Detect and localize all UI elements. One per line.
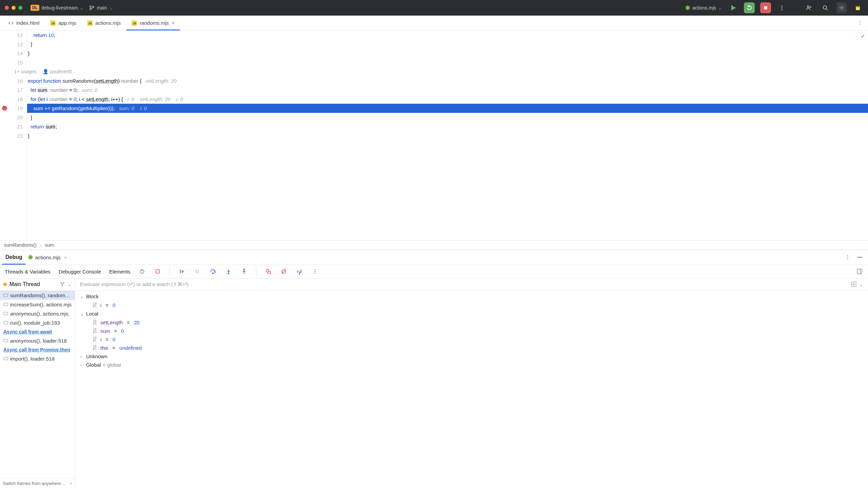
variables-panel: Evaluate expression (⏎) or add a watch (…	[75, 279, 868, 488]
minimize-window-icon[interactable]	[12, 6, 16, 10]
view-tab-elements[interactable]: Elements	[109, 269, 131, 274]
scope-unknown[interactable]: ›Unknown	[75, 352, 868, 361]
minimize-panel-button[interactable]	[856, 253, 864, 261]
evaluate-input[interactable]: Evaluate expression (⏎) or add a watch (…	[75, 279, 868, 291]
editor-tab-index-html[interactable]: index.html	[3, 16, 45, 30]
close-hint-icon[interactable]: ×	[70, 481, 72, 486]
run-button[interactable]	[728, 2, 738, 13]
svg-text:JS: JS	[88, 22, 92, 25]
resume-button[interactable]	[178, 268, 185, 275]
js-file-icon: JS	[87, 20, 93, 26]
svg-point-20	[847, 257, 848, 258]
ide-logo[interactable]	[852, 2, 863, 13]
stack-frame[interactable]: anonymous(), actions.mjs:	[0, 309, 75, 318]
scopes-tree[interactable]: ⌄Block 1001i=0 ⌄Local 1001setLength=20 1…	[75, 291, 868, 488]
svg-point-8	[823, 6, 827, 9]
variable-row[interactable]: 1001i=0	[75, 301, 868, 309]
stack-frame[interactable]: run(), module_job:193	[0, 318, 75, 327]
scope-global[interactable]: ›Global = global	[75, 361, 868, 369]
frames-hint[interactable]: Switch frames from anywhere… ×	[0, 479, 75, 488]
close-icon[interactable]: ×	[64, 255, 67, 260]
svg-point-16	[860, 21, 861, 22]
frame-icon	[3, 302, 8, 307]
line-number: 13	[0, 40, 23, 49]
scope-block[interactable]: ⌄Block	[75, 292, 868, 301]
svg-rect-41	[4, 339, 8, 342]
settings-button[interactable]	[836, 2, 847, 13]
more-actions-button[interactable]	[776, 2, 787, 13]
chevron-down-icon[interactable]	[859, 282, 863, 287]
scope-local[interactable]: ⌄Local	[75, 309, 868, 318]
svg-point-5	[781, 7, 782, 8]
tab-overflow-button[interactable]	[857, 20, 865, 26]
thread-selector[interactable]: Main Thread	[0, 279, 75, 291]
line-number: 16	[0, 76, 23, 85]
step-into-button[interactable]	[225, 268, 232, 275]
nodejs-icon	[685, 5, 690, 11]
webstorm-icon	[855, 5, 861, 11]
close-window-icon[interactable]	[5, 6, 9, 10]
variable-row[interactable]: 1001sum=0	[75, 327, 868, 335]
mute-breakpoints-button[interactable]	[280, 268, 288, 275]
evaluate-button[interactable]: I	[296, 268, 303, 275]
code-editor[interactable]: 12 13 14 15 1+ usages 👤 pauleveritt 16 1…	[0, 30, 868, 240]
svg-rect-37	[4, 294, 8, 297]
breadcrumb[interactable]: sumRandoms() › sum	[0, 240, 868, 250]
variable-row[interactable]: 1001this=undefined	[75, 344, 868, 352]
editor-gutter[interactable]: 12 13 14 15 1+ usages 👤 pauleveritt 16 1…	[0, 30, 27, 240]
rerun-debug-button[interactable]	[744, 2, 755, 13]
stack-frame[interactable]: anonymous(), loader:518	[0, 336, 75, 345]
breakpoint-icon[interactable]	[2, 106, 7, 111]
code-with-me-button[interactable]	[804, 2, 814, 13]
view-breakpoints-button[interactable]	[264, 268, 272, 275]
debug-session-tab[interactable]: actions.mjs ×	[28, 255, 67, 260]
stop-button[interactable]	[760, 2, 771, 13]
code-lens-row[interactable]: 1+ usages 👤 pauleveritt	[0, 67, 23, 76]
rerun-button[interactable]	[138, 268, 146, 275]
editor-tab-actions-mjs[interactable]: JS actions.mjs	[82, 16, 126, 30]
debug-window-header: Debug actions.mjs ×	[0, 250, 868, 265]
line-number: 15	[0, 58, 23, 67]
vcs-branch-selector[interactable]: main	[89, 5, 113, 11]
var-type-icon: 1001	[93, 328, 98, 333]
run-config-selector[interactable]: actions.mjs	[685, 5, 722, 11]
editor-tab-app-mjs[interactable]: JS app.mjs	[45, 16, 82, 30]
stop-button[interactable]	[154, 268, 161, 275]
filter-icon[interactable]	[60, 282, 65, 287]
breadcrumb-item[interactable]: sum	[45, 242, 54, 248]
more-debug-actions-button[interactable]	[311, 268, 319, 275]
project-name-label: debug-livestream	[41, 5, 78, 11]
variable-row[interactable]: 1001i=0	[75, 335, 868, 344]
line-number[interactable]: 19	[0, 104, 23, 113]
close-tab-icon[interactable]: ×	[172, 20, 175, 26]
frame-icon	[3, 320, 8, 325]
variable-row[interactable]: 1001setLength=20	[75, 318, 868, 327]
play-icon	[730, 5, 736, 11]
step-out-button[interactable]	[240, 268, 248, 275]
frames-list[interactable]: sumRandoms(), randoms.m increaseSum(), a…	[0, 291, 75, 479]
step-over-button[interactable]	[209, 268, 217, 275]
search-everywhere-button[interactable]	[820, 2, 831, 13]
debug-toolbar: Threads & Variables Debugger Console Ele…	[0, 265, 868, 278]
inspection-ok-icon[interactable]: ✓	[861, 33, 865, 39]
layout-button[interactable]	[856, 268, 863, 275]
editor-tab-randoms-mjs[interactable]: JS randoms.mjs ×	[126, 16, 180, 30]
stack-frame[interactable]: increaseSum(), actions.mjs	[0, 300, 75, 309]
debug-session-label: actions.mjs	[35, 255, 61, 260]
code-area[interactable]: return 10; } } export function sumRandom…	[27, 30, 868, 240]
zoom-window-icon[interactable]	[18, 6, 22, 10]
stack-frame[interactable]: sumRandoms(), randoms.m	[0, 291, 75, 300]
project-selector[interactable]: DL debug-livestream	[31, 5, 84, 11]
breadcrumb-item[interactable]: sumRandoms()	[4, 242, 37, 248]
branch-icon	[89, 5, 95, 11]
add-watch-icon[interactable]	[851, 282, 856, 287]
debug-options-button[interactable]	[844, 253, 852, 261]
view-tab-threads-vars[interactable]: Threads & Variables	[5, 269, 51, 274]
view-tab-debugger-console[interactable]: Debugger Console	[59, 269, 101, 274]
chevron-down-icon[interactable]	[67, 281, 72, 287]
pause-button[interactable]	[194, 268, 201, 275]
step-over-icon	[210, 268, 216, 274]
stack-frame[interactable]: import(), loader:518	[0, 354, 75, 363]
svg-rect-42	[4, 357, 8, 360]
debug-tab[interactable]: Debug	[4, 250, 24, 265]
